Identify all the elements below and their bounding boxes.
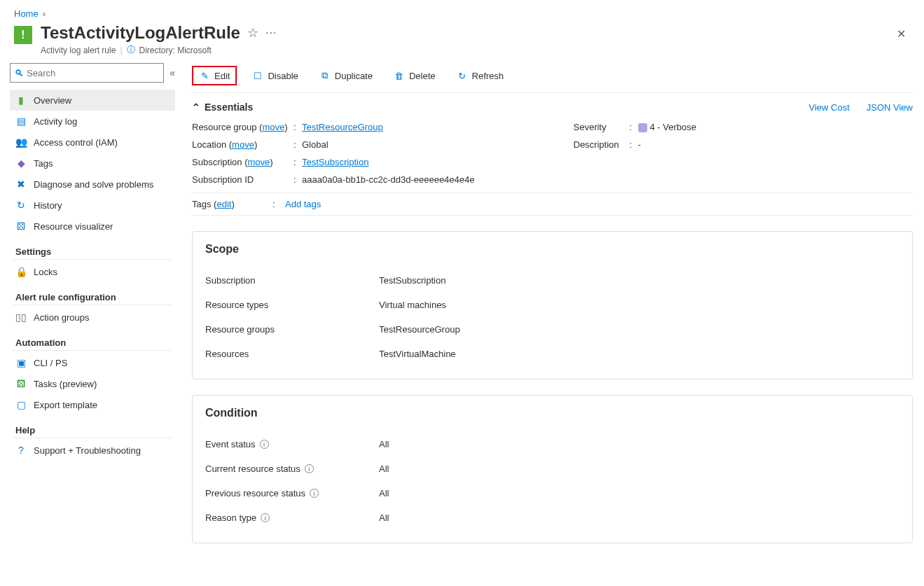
info-icon[interactable]: i bbox=[310, 489, 319, 498]
value-severity: 4 - Verbose bbox=[638, 122, 697, 132]
sidebar-item-label: Diagnose and solve problems bbox=[34, 179, 153, 190]
cli-icon: ▣ bbox=[15, 357, 27, 368]
sidebar-item-label: Access control (IAM) bbox=[34, 137, 118, 148]
move-resource-group-link[interactable]: move bbox=[262, 122, 284, 132]
sidebar-item-access-control[interactable]: 👥 Access control (IAM) bbox=[10, 132, 175, 153]
sidebar-item-tasks[interactable]: ⚄ Tasks (preview) bbox=[10, 373, 175, 394]
info-icon[interactable]: ⓘ bbox=[127, 44, 135, 56]
chevron-up-icon: ⌃ bbox=[192, 102, 200, 113]
sidebar-item-label: History bbox=[34, 200, 62, 211]
sidebar-item-action-groups[interactable]: ▯▯ Action groups bbox=[10, 307, 175, 328]
sidebar-section-automation: Automation bbox=[13, 328, 172, 351]
delete-icon: 🗑 bbox=[394, 70, 405, 81]
essentials-toggle[interactable]: ⌃ Essentials bbox=[192, 102, 253, 113]
label-event-status: Event status bbox=[205, 439, 256, 449]
essentials-heading: Essentials bbox=[205, 102, 253, 113]
move-location-link[interactable]: move bbox=[232, 139, 254, 150]
view-cost-link[interactable]: View Cost bbox=[808, 102, 849, 113]
collapse-sidebar-icon[interactable]: « bbox=[170, 67, 175, 78]
sidebar-item-history[interactable]: ↻ History bbox=[10, 195, 175, 216]
duplicate-icon: ⧉ bbox=[319, 70, 331, 81]
directory-label: Directory: Microsoft bbox=[139, 46, 212, 55]
label-reason-type: Reason type bbox=[205, 512, 256, 523]
refresh-icon: ↻ bbox=[457, 70, 468, 81]
breadcrumb-home[interactable]: Home bbox=[14, 8, 39, 19]
sidebar-item-label: Activity log bbox=[34, 116, 77, 127]
sidebar-item-label: Locks bbox=[34, 267, 57, 277]
duplicate-button[interactable]: ⧉ Duplicate bbox=[314, 67, 378, 84]
label-scope-subscription: Subscription bbox=[205, 275, 379, 286]
add-tags-link[interactable]: Add tags bbox=[285, 199, 321, 209]
label-description: Description bbox=[574, 139, 630, 150]
button-label: Disable bbox=[268, 71, 298, 81]
access-control-icon: 👥 bbox=[15, 137, 27, 148]
label-resource-group: Resource group bbox=[192, 122, 257, 132]
delete-button[interactable]: 🗑 Delete bbox=[388, 67, 441, 84]
sidebar-item-label: Resource visualizer bbox=[34, 221, 113, 232]
alert-rule-icon bbox=[14, 26, 32, 44]
condition-heading: Condition bbox=[205, 407, 899, 419]
sidebar-item-support[interactable]: ? Support + Troubleshooting bbox=[10, 440, 175, 461]
sidebar-item-locks[interactable]: 🔒 Locks bbox=[10, 261, 175, 282]
refresh-button[interactable]: ↻ Refresh bbox=[451, 67, 510, 84]
value-scope-subscription: TestSubscription bbox=[379, 275, 446, 286]
subscription-link[interactable]: TestSubscription bbox=[302, 157, 368, 167]
info-icon[interactable]: i bbox=[260, 440, 269, 449]
resource-subtitle: Activity log alert rule bbox=[41, 46, 116, 55]
search-icon: 🔍︎ bbox=[15, 68, 24, 78]
edit-button[interactable]: ✎ Edit bbox=[192, 66, 237, 85]
button-label: Duplicate bbox=[335, 71, 373, 81]
chevron-right-icon: › bbox=[43, 8, 46, 19]
resource-visualizer-icon: ⚄ bbox=[15, 221, 27, 232]
overview-icon: ▮ bbox=[15, 95, 27, 106]
sidebar-item-label: Overview bbox=[34, 95, 71, 106]
sidebar-item-resource-visualizer[interactable]: ⚄ Resource visualizer bbox=[10, 216, 175, 237]
info-icon[interactable]: i bbox=[305, 464, 314, 473]
info-icon[interactable]: i bbox=[261, 513, 270, 522]
sidebar-item-label: CLI / PS bbox=[34, 358, 67, 368]
sidebar-item-label: Support + Troubleshooting bbox=[34, 445, 141, 456]
sidebar-section-settings: Settings bbox=[13, 237, 172, 260]
sidebar-item-cli-ps[interactable]: ▣ CLI / PS bbox=[10, 352, 175, 373]
page-header: TestActivityLogAlertRule ☆ ··· Activity … bbox=[0, 19, 924, 63]
sidebar-item-label: Tasks (preview) bbox=[34, 379, 97, 389]
close-icon[interactable]: ✕ bbox=[892, 23, 910, 45]
value-reason-type: All bbox=[379, 512, 389, 523]
more-menu-icon[interactable]: ··· bbox=[266, 27, 277, 39]
favorite-star-icon[interactable]: ☆ bbox=[247, 25, 258, 41]
search-input[interactable] bbox=[27, 68, 159, 78]
value-resource-groups: TestResourceGroup bbox=[379, 324, 460, 335]
json-view-link[interactable]: JSON View bbox=[867, 102, 913, 113]
breadcrumb: Home › bbox=[0, 0, 924, 19]
label-subscription: Subscription bbox=[192, 157, 242, 167]
lock-icon: 🔒 bbox=[15, 266, 27, 277]
sidebar-item-label: Export template bbox=[34, 400, 97, 410]
scope-card: Scope SubscriptionTestSubscription Resou… bbox=[192, 231, 913, 379]
sidebar: 🔍︎ « ▮ Overview ▤ Activity log 👥 Access … bbox=[0, 63, 181, 571]
scope-heading: Scope bbox=[205, 243, 899, 256]
label-severity: Severity bbox=[574, 122, 630, 132]
label-resource-types: Resource types bbox=[205, 300, 379, 310]
action-groups-icon: ▯▯ bbox=[15, 312, 27, 323]
diagnose-icon: ✖︎ bbox=[15, 179, 27, 190]
label-resources: Resources bbox=[205, 349, 379, 359]
activity-log-icon: ▤ bbox=[15, 116, 27, 127]
export-template-icon: ▢ bbox=[15, 399, 27, 410]
resource-group-link[interactable]: TestResourceGroup bbox=[302, 122, 383, 132]
page-title: TestActivityLogAlertRule bbox=[41, 23, 240, 43]
sidebar-section-alert-rule: Alert rule configuration bbox=[13, 282, 172, 305]
sidebar-item-diagnose[interactable]: ✖︎ Diagnose and solve problems bbox=[10, 174, 175, 195]
sidebar-item-tags[interactable]: ◆ Tags bbox=[10, 153, 175, 174]
severity-badge-icon bbox=[638, 123, 647, 132]
label-location: Location bbox=[192, 139, 226, 150]
label-subscription-id: Subscription ID bbox=[192, 174, 294, 185]
disable-button[interactable]: ☐ Disable bbox=[247, 67, 303, 84]
move-subscription-link[interactable]: move bbox=[248, 157, 270, 167]
value-description: - bbox=[638, 139, 641, 150]
sidebar-item-export-template[interactable]: ▢ Export template bbox=[10, 394, 175, 415]
sidebar-item-overview[interactable]: ▮ Overview bbox=[10, 90, 175, 111]
sidebar-item-activity-log[interactable]: ▤ Activity log bbox=[10, 111, 175, 132]
edit-tags-link[interactable]: edit bbox=[216, 199, 231, 209]
label-previous-status: Previous resource status bbox=[205, 488, 305, 498]
search-box[interactable]: 🔍︎ bbox=[10, 63, 164, 83]
